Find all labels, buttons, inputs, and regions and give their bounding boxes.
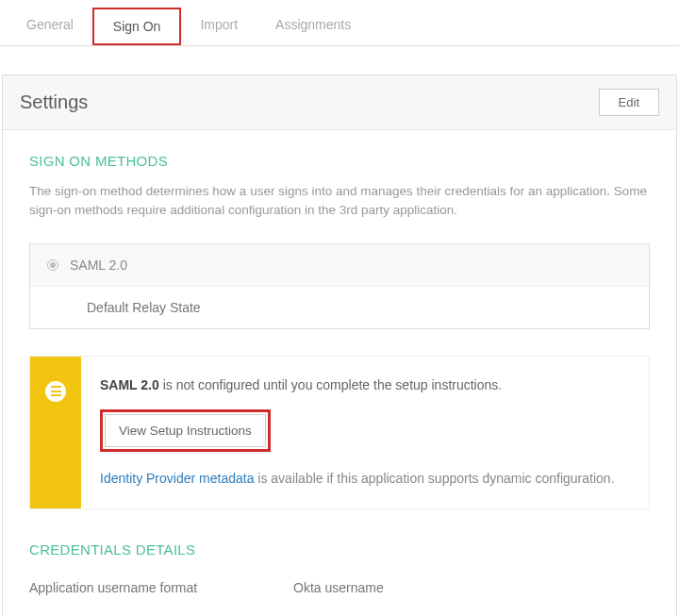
signon-methods-heading: SIGN ON METHODS <box>29 153 650 169</box>
panel-body: SIGN ON METHODS The sign-on method deter… <box>3 130 676 616</box>
idp-metadata-line: Identity Provider metadata is available … <box>100 471 630 486</box>
saml-setup-callout: SAML 2.0 is not configured until you com… <box>29 356 650 509</box>
edit-button[interactable]: Edit <box>599 89 659 116</box>
relay-state-label: Default Relay State <box>47 300 201 315</box>
panel-header: Settings Edit <box>3 75 676 130</box>
settings-panel: Settings Edit SIGN ON METHODS The sign-o… <box>2 75 677 616</box>
idp-metadata-tail: is available if this application support… <box>254 471 614 486</box>
saml-rest: is not configured until you complete the… <box>159 377 502 392</box>
password-reveal-row: Password reveal Allow users to securely … <box>29 605 650 617</box>
tab-general[interactable]: General <box>8 8 92 45</box>
saml-bold: SAML 2.0 <box>100 377 159 392</box>
method-saml-label: SAML 2.0 <box>70 258 127 273</box>
username-format-value: Okta username <box>293 580 384 595</box>
username-format-label: Application username format <box>29 580 293 595</box>
username-format-row: Application username format Okta usernam… <box>29 571 650 605</box>
page-title: Settings <box>20 92 88 113</box>
relay-state-row: Default Relay State <box>30 287 649 328</box>
credentials-details-heading: CREDENTIALS DETAILS <box>29 541 650 558</box>
setup-highlight: View Setup Instructions <box>100 409 271 452</box>
method-saml-row[interactable]: SAML 2.0 <box>30 244 649 287</box>
list-icon <box>45 381 66 402</box>
callout-accent <box>30 357 81 508</box>
radio-icon <box>47 259 58 271</box>
view-setup-instructions-button[interactable]: View Setup Instructions <box>105 414 266 447</box>
idp-metadata-link[interactable]: Identity Provider metadata <box>100 471 254 486</box>
callout-body: SAML 2.0 is not configured until you com… <box>81 357 649 508</box>
tab-assignments[interactable]: Assignments <box>257 8 370 45</box>
signon-methods-description: The sign-on method determines how a user… <box>29 182 650 221</box>
tab-import[interactable]: Import <box>181 8 257 45</box>
tab-sign-on[interactable]: Sign On <box>92 8 182 45</box>
signon-methods-box: SAML 2.0 Default Relay State <box>29 243 650 329</box>
saml-config-warning: SAML 2.0 is not configured until you com… <box>100 377 630 392</box>
tabs: General Sign On Import Assignments <box>0 0 679 46</box>
